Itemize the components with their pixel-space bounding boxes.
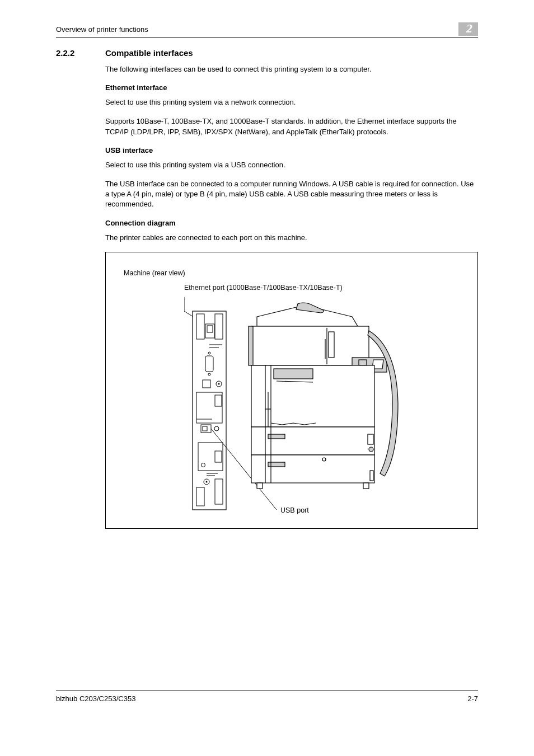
- ethernet-heading: Ethernet interface: [105, 83, 478, 92]
- machine-diagram-svg: [184, 297, 408, 515]
- section-title: Compatible interfaces: [105, 48, 193, 58]
- svg-point-27: [206, 481, 208, 482]
- footer-model: bizhub C203/C253/C353: [56, 694, 135, 703]
- usb-p1: Select to use this printing system via a…: [105, 160, 478, 170]
- ethernet-port-label: Ethernet port (1000Base-T/100Base-TX/10B…: [184, 284, 343, 292]
- svg-rect-51: [363, 483, 369, 489]
- svg-point-48: [369, 447, 373, 452]
- machine-rear-view-label: Machine (rear view): [124, 269, 185, 277]
- connection-diagram: Machine (rear view) Ethernet port (1000B…: [105, 252, 478, 529]
- svg-rect-31: [251, 326, 369, 365]
- usb-heading: USB interface: [105, 146, 478, 154]
- svg-rect-32: [249, 326, 253, 365]
- svg-rect-43: [251, 455, 374, 483]
- svg-rect-50: [257, 483, 263, 489]
- section-intro: The following interfaces can be used to …: [105, 64, 478, 74]
- chapter-badge: 2: [458, 22, 478, 36]
- svg-rect-36: [274, 369, 313, 379]
- svg-point-14: [218, 383, 220, 384]
- page-header: Overview of printer functions 2: [56, 22, 478, 37]
- diagram-intro: The printer cables are connected to each…: [105, 233, 478, 243]
- diagram-heading: Connection diagram: [105, 219, 478, 227]
- header-title: Overview of printer functions: [56, 25, 148, 34]
- svg-rect-42: [251, 427, 374, 455]
- svg-rect-2: [193, 311, 226, 510]
- section-number: 2.2.2: [56, 48, 105, 58]
- usb-p2: The USB interface can be connected to a …: [105, 179, 478, 210]
- ethernet-p2: Supports 10Base-T, 100Base-TX, and 1000B…: [105, 116, 478, 137]
- ethernet-p1: Select to use this printing system via a…: [105, 97, 478, 107]
- section-heading-row: 2.2.2 Compatible interfaces: [56, 48, 478, 58]
- page-content: 2.2.2 Compatible interfaces The followin…: [56, 48, 478, 529]
- footer-page-number: 2-7: [467, 694, 478, 703]
- page-footer: bizhub C203/C253/C353 2-7: [56, 691, 478, 703]
